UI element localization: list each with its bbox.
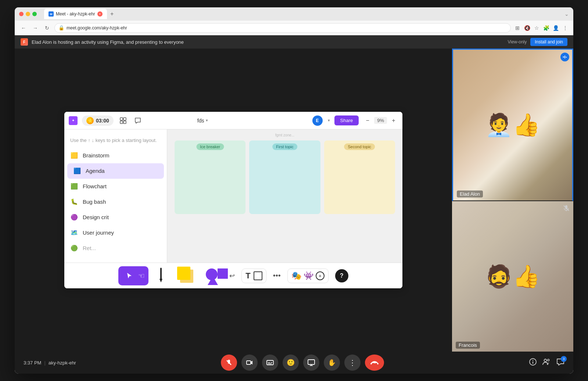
more-options-button[interactable]: ⋮ xyxy=(344,355,361,371)
address-bar[interactable]: 🔒 meet.google.com/aky-hzpk-ehr xyxy=(54,23,511,33)
meeting-time: 3:37 PM xyxy=(24,360,41,366)
canvas-area[interactable]: fgmt zone... Ice breaker First topic Sec… xyxy=(167,129,402,263)
grid-view-icon[interactable] xyxy=(118,115,128,126)
column-label-second-topic: Second topic xyxy=(344,143,375,150)
retro-icon: 🟢 xyxy=(70,244,78,252)
new-tab-button[interactable]: + xyxy=(108,10,116,18)
chat-icon[interactable] xyxy=(133,115,143,126)
file-name-chevron: ▾ xyxy=(206,118,208,123)
more-menu-button[interactable]: ••• xyxy=(269,269,284,282)
zoom-in-button[interactable]: + xyxy=(389,116,398,125)
svg-marker-7 xyxy=(159,279,162,282)
pen-tool-group[interactable] xyxy=(151,265,171,287)
shapes-arrow-icon: ↩ xyxy=(229,272,235,280)
figma-area: ✦ ⭐ 03:00 xyxy=(15,49,452,352)
captions-button[interactable] xyxy=(262,355,278,371)
video-panel-francois: 🧔👍 Francois xyxy=(452,201,573,352)
emoji-sticker-group[interactable]: 🎭 👾 + xyxy=(287,268,329,283)
mute-tab-icon[interactable]: 🔇 xyxy=(523,24,531,32)
reload-button[interactable]: ↻ xyxy=(43,24,51,32)
mute-button[interactable] xyxy=(221,355,237,371)
bookmark-icon[interactable]: ☆ xyxy=(533,24,540,32)
designcrit-icon: 🟣 xyxy=(70,213,78,221)
title-bar: M Meet - aky-hzpk-ehr × + ⌄ xyxy=(15,7,573,21)
file-name-display[interactable]: fds ▾ xyxy=(197,118,208,124)
pen-icon xyxy=(155,267,167,285)
raise-hand-button[interactable]: ✋ xyxy=(324,355,340,371)
speaking-indicator-elad xyxy=(560,53,569,61)
cursor-tool-group[interactable]: ☜ xyxy=(118,266,148,285)
tab-bar: M Meet - aky-hzpk-ehr × + xyxy=(44,9,116,19)
view-only-button[interactable]: View-only xyxy=(508,39,527,44)
chat-button[interactable]: 3 xyxy=(556,358,564,367)
template-item-userjourney[interactable]: 🗺️ User journey xyxy=(64,225,167,241)
text-icon: T xyxy=(245,271,250,281)
add-emoji-button[interactable]: + xyxy=(316,271,325,280)
svg-point-28 xyxy=(548,359,549,361)
share-button[interactable]: Share xyxy=(334,115,359,125)
forward-button[interactable]: → xyxy=(31,24,40,32)
extensions-icon[interactable]: ⊞ xyxy=(514,24,521,32)
timer-control[interactable]: ⭐ 03:00 xyxy=(82,115,114,126)
template-item-bugbash[interactable]: 🐛 Bug bash xyxy=(64,194,167,210)
figma-banner-logo: F xyxy=(21,38,28,46)
text-tool-group[interactable]: T xyxy=(241,268,266,283)
canvas-grid-label: fgmt zone... xyxy=(275,133,294,137)
extension-puzzle-icon[interactable]: 🧩 xyxy=(542,24,550,32)
svg-rect-9 xyxy=(564,56,565,58)
video-feed-francois: 🧔👍 xyxy=(452,201,573,352)
timer-display: 03:00 xyxy=(96,118,109,124)
video-panels: 🧑‍💼👍 Elad Alon 🧔👍 xyxy=(452,49,573,352)
template-item-brainstorm[interactable]: 🟨 Brainstorm xyxy=(64,148,167,163)
camera-button[interactable] xyxy=(241,355,258,371)
cursor-icon xyxy=(122,268,137,283)
svg-rect-3 xyxy=(123,118,126,120)
zoom-out-button[interactable]: − xyxy=(363,116,372,125)
end-call-button[interactable] xyxy=(365,355,384,371)
sticky-notes-tool[interactable] xyxy=(173,264,199,287)
people-button[interactable] xyxy=(542,358,551,367)
menu-icon[interactable]: ⋮ xyxy=(562,24,569,32)
svg-point-27 xyxy=(544,359,547,362)
zoom-value-display[interactable]: 9% xyxy=(374,117,387,124)
shapes-icon xyxy=(206,267,228,285)
banner-message: Elad Alon is hosting an activity using F… xyxy=(32,39,504,45)
svg-rect-8 xyxy=(563,56,564,58)
profile-icon[interactable]: 👤 xyxy=(552,24,559,32)
flowchart-icon: 🟩 xyxy=(70,182,78,190)
mic-off-icon-francois xyxy=(563,205,570,213)
emoji-react-button[interactable]: 🙂 xyxy=(283,355,299,371)
template-item-agenda[interactable]: 🟦 Agenda xyxy=(67,163,164,179)
figma-window: ✦ ⭐ 03:00 xyxy=(64,112,402,288)
timer-icon: ⭐ xyxy=(86,117,94,124)
maximize-button[interactable] xyxy=(32,12,37,16)
figma-logo-icon[interactable]: ✦ xyxy=(69,116,78,125)
template-item-flowchart[interactable]: 🟩 Flowchart xyxy=(64,179,167,194)
shapes-tool[interactable]: ↩ xyxy=(202,264,239,287)
template-panel: Use the ↑ ↓ keys to pick a starting layo… xyxy=(64,129,167,263)
video-panel-elad: 🧑‍💼👍 Elad Alon xyxy=(452,49,573,201)
help-button[interactable]: ? xyxy=(335,269,348,282)
minimize-button[interactable] xyxy=(26,12,30,16)
user-chevron[interactable]: ▾ xyxy=(328,118,330,123)
canvas-container: Use the ↑ ↓ keys to pick a starting layo… xyxy=(64,129,402,263)
close-button[interactable] xyxy=(19,12,24,16)
tab-close-button[interactable]: × xyxy=(97,11,103,17)
userjourney-icon: 🗺️ xyxy=(70,229,78,237)
svg-text:M: M xyxy=(50,13,53,16)
template-item-designcrit[interactable]: 🟣 Design crit xyxy=(64,210,167,225)
emoji-icon-1: 🎭 xyxy=(291,271,301,281)
back-button[interactable]: ← xyxy=(19,24,28,32)
template-item-retro[interactable]: 🟢 Ret... xyxy=(64,241,167,256)
hand-icon: ☜ xyxy=(138,271,145,280)
browser-window: M Meet - aky-hzpk-ehr × + ⌄ ← → ↻ 🔒 meet… xyxy=(15,7,573,374)
column-first-topic: First topic xyxy=(249,140,320,214)
active-tab[interactable]: M Meet - aky-hzpk-ehr × xyxy=(44,9,107,19)
window-controls[interactable]: ⌄ xyxy=(564,11,569,17)
svg-rect-14 xyxy=(247,361,251,364)
time-info: 3:37 PM | aky-hzpk-ehr xyxy=(24,360,76,366)
user-avatar[interactable]: E xyxy=(312,115,323,126)
install-join-button[interactable]: Install and join xyxy=(530,38,567,46)
info-button[interactable] xyxy=(529,358,537,367)
present-button[interactable] xyxy=(303,355,319,371)
